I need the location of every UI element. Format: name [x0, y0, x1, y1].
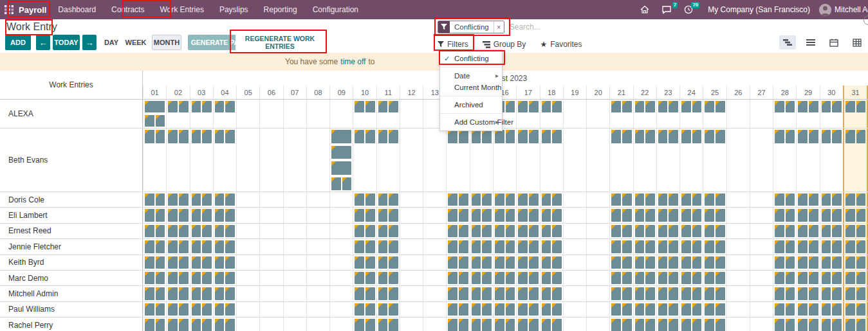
gantt-day-cell[interactable] — [726, 302, 750, 317]
gantt-day-cell[interactable] — [423, 271, 446, 285]
gantt-day-cell[interactable] — [516, 286, 539, 301]
gantt-day-cell[interactable] — [143, 129, 166, 145]
work-entry-block-conflict[interactable] — [215, 303, 225, 316]
gantt-day-cell[interactable] — [446, 160, 469, 176]
work-entry-block-conflict[interactable] — [448, 225, 457, 237]
work-entry-block-conflict[interactable] — [495, 256, 504, 269]
gantt-day-cell[interactable] — [750, 129, 773, 145]
work-entry-block-conflict[interactable] — [692, 256, 702, 269]
gantt-day-cell[interactable] — [773, 160, 796, 176]
gantt-day-cell[interactable] — [376, 129, 400, 145]
work-entry-block-conflict[interactable] — [786, 130, 795, 143]
gantt-day-cell[interactable] — [820, 100, 843, 114]
work-entry-block-conflict[interactable] — [832, 225, 842, 237]
gantt-day-cell[interactable] — [516, 255, 539, 270]
gantt-day-cell[interactable] — [750, 318, 773, 331]
gantt-day-cell[interactable] — [656, 302, 679, 317]
work-entry-block-conflict[interactable] — [658, 101, 668, 112]
work-entry-block-conflict[interactable] — [681, 209, 691, 221]
work-entry-block-conflict[interactable] — [225, 287, 235, 300]
gantt-day-cell[interactable] — [259, 286, 282, 301]
work-entry-block-conflict[interactable] — [378, 287, 388, 300]
gantt-day-cell[interactable] — [540, 208, 563, 222]
gantt-day-cell[interactable] — [563, 176, 586, 192]
work-entry-block-conflict[interactable] — [365, 256, 375, 269]
work-entry-block-conflict[interactable] — [822, 101, 831, 112]
work-entry-block-conflict[interactable] — [645, 319, 655, 331]
gantt-day-cell[interactable] — [190, 239, 213, 254]
gantt-day-cell[interactable] — [306, 318, 329, 331]
gantt-day-cell[interactable] — [703, 129, 726, 145]
work-entry-block-conflict[interactable] — [705, 225, 714, 237]
gantt-day-cell[interactable] — [516, 224, 539, 238]
gantt-day-cell[interactable] — [633, 239, 656, 254]
work-entry-block-conflict[interactable] — [611, 130, 621, 143]
gantt-day-cell[interactable] — [750, 114, 773, 128]
gantt-day-cell[interactable] — [306, 302, 329, 317]
gantt-day-cell[interactable] — [143, 239, 166, 254]
work-entry-block-conflict[interactable] — [518, 303, 528, 316]
gantt-day-cell[interactable] — [283, 160, 306, 176]
work-entry-block-conflict[interactable] — [622, 319, 632, 331]
gantt-day-cell[interactable] — [353, 208, 376, 222]
gantt-day-cell[interactable] — [143, 224, 166, 238]
gantt-day-cell[interactable] — [633, 100, 656, 114]
work-entry-block-conflict[interactable] — [365, 225, 375, 237]
gantt-day-cell[interactable] — [726, 286, 750, 301]
work-entry-block-conflict[interactable] — [179, 287, 189, 300]
gantt-day-cell[interactable] — [190, 318, 213, 331]
work-entry-block-conflict[interactable] — [635, 287, 645, 300]
gantt-day-cell[interactable] — [423, 255, 446, 270]
gantt-day-cell[interactable] — [493, 145, 516, 161]
gantt-day-cell[interactable] — [726, 318, 750, 331]
nav-item-reporting[interactable]: Reporting — [264, 5, 297, 14]
work-entry-block-conflict[interactable] — [635, 240, 645, 253]
gantt-day-cell[interactable] — [236, 224, 259, 238]
work-entry-block-conflict[interactable] — [448, 193, 457, 206]
gantt-day-cell[interactable] — [633, 160, 656, 176]
work-entry-block-conflict[interactable] — [658, 130, 668, 143]
work-entry-block-conflict[interactable] — [798, 193, 808, 206]
nav-item-configuration[interactable]: Configuration — [313, 5, 358, 14]
work-entry-block-conflict[interactable] — [658, 209, 668, 221]
work-entry-block-conflict[interactable] — [145, 287, 154, 300]
gantt-day-cell[interactable] — [609, 286, 633, 301]
work-entry-block-conflict[interactable] — [809, 209, 818, 221]
work-entry-block-conflict[interactable] — [179, 319, 189, 331]
work-entry-block-conflict[interactable] — [705, 101, 714, 112]
gantt-day-cell[interactable] — [306, 271, 329, 285]
work-entry-block-conflict[interactable] — [798, 240, 808, 253]
work-entry-block-conflict[interactable] — [845, 272, 855, 284]
gantt-day-cell[interactable] — [843, 271, 868, 285]
gantt-view-icon[interactable] — [779, 35, 796, 49]
gantt-day-cell[interactable] — [213, 318, 236, 331]
work-entry-block-conflict[interactable] — [552, 303, 562, 316]
gantt-day-cell[interactable] — [563, 286, 586, 301]
gantt-day-cell[interactable] — [679, 176, 703, 192]
work-entry-block-conflict[interactable] — [635, 209, 645, 221]
gantt-day-cell[interactable] — [376, 239, 400, 254]
work-entry-block-conflict[interactable] — [156, 303, 165, 316]
work-entry-block-conflict[interactable] — [355, 101, 364, 112]
gantt-day-cell[interactable] — [563, 129, 586, 145]
work-entry-block-conflict[interactable] — [378, 130, 388, 143]
gantt-day-cell[interactable] — [493, 160, 516, 176]
work-entry-block-conflict[interactable] — [506, 272, 515, 284]
work-entry-block-conflict[interactable] — [192, 101, 201, 112]
work-entry-block-conflict[interactable] — [145, 319, 154, 331]
gantt-day-cell[interactable] — [586, 114, 609, 128]
work-entry-block-conflict[interactable] — [552, 101, 562, 112]
gantt-day-cell[interactable] — [423, 176, 446, 192]
work-entry-block-conflict[interactable] — [786, 287, 795, 300]
work-entry-block-conflict[interactable] — [622, 209, 632, 221]
gantt-day-cell[interactable] — [820, 114, 843, 128]
gantt-day-cell[interactable] — [213, 114, 236, 128]
gantt-day-cell[interactable] — [376, 255, 400, 270]
gantt-day-cell[interactable] — [796, 224, 819, 238]
gantt-day-cell[interactable] — [353, 318, 376, 331]
work-entry-block-conflict[interactable] — [145, 115, 154, 127]
gantt-day-cell[interactable] — [470, 208, 493, 222]
gantt-day-cell[interactable] — [820, 224, 843, 238]
work-entry-block-conflict[interactable] — [472, 303, 481, 316]
work-entry-block-conflict[interactable] — [611, 256, 621, 269]
